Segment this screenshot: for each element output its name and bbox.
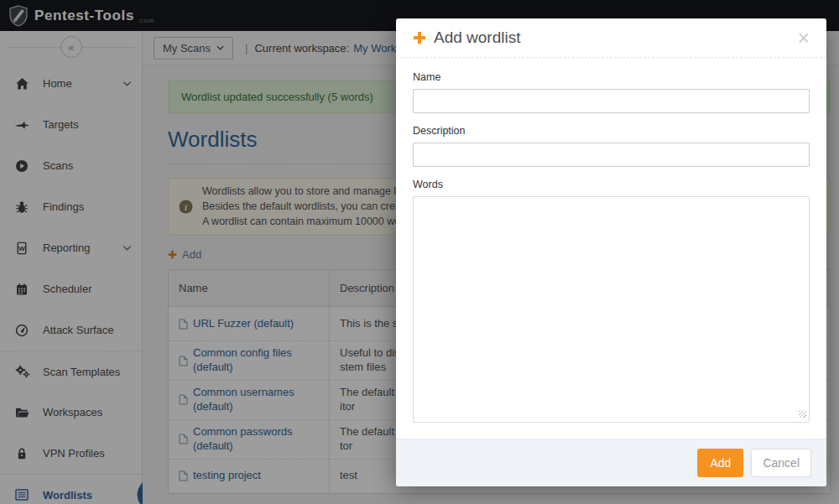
name-label: Name (413, 71, 810, 83)
plus-icon (413, 31, 426, 44)
modal-footer: Add Cancel (396, 439, 826, 486)
add-wordlist-modal: Add wordlist × Name Description Words Ad… (396, 18, 826, 486)
modal-title: Add wordlist (434, 29, 521, 47)
modal-body: Name Description Words (396, 58, 826, 439)
description-field[interactable] (413, 143, 810, 167)
close-icon[interactable]: × (797, 30, 810, 45)
description-label: Description (413, 125, 810, 137)
cancel-button[interactable]: Cancel (751, 449, 811, 477)
modal-header: Add wordlist × (396, 18, 826, 58)
name-field[interactable] (413, 89, 810, 113)
words-label: Words (413, 179, 810, 190)
resize-grip-icon[interactable] (799, 410, 806, 418)
add-button[interactable]: Add (697, 449, 743, 477)
words-textarea[interactable] (413, 196, 810, 423)
